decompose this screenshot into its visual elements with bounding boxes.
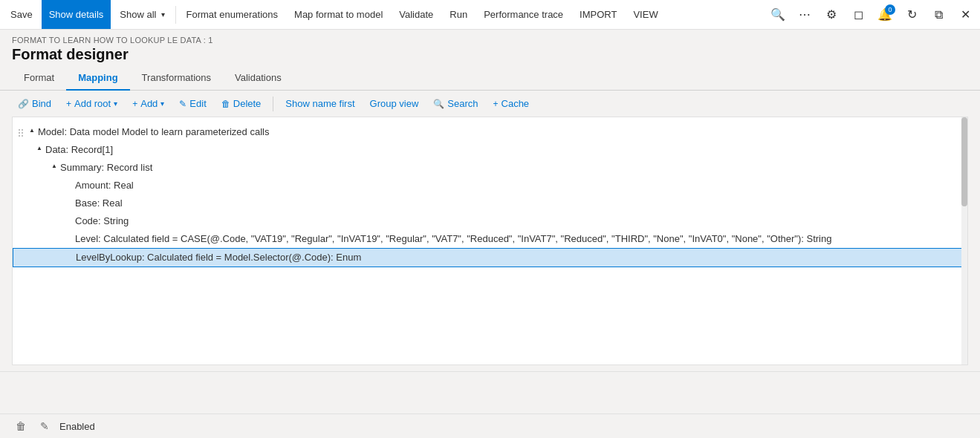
tree-node-text: Data: Record[1] (45, 143, 961, 157)
tree-row[interactable]: ▲ Data: Record[1] (13, 141, 967, 159)
tree-view: ▲ Model: Data model Model to learn param… (13, 117, 967, 365)
edit-bottom-button[interactable]: ✎ (36, 417, 53, 435)
open-new-button[interactable]: ⧉ (927, 3, 950, 27)
top-bar: Save Show details Show all Format enumer… (0, 0, 980, 30)
status-label: Enabled (59, 421, 95, 432)
show-details-button[interactable]: Show details (42, 0, 111, 29)
format-enumerations-button[interactable]: Format enumerations (179, 0, 286, 29)
show-name-first-button[interactable]: Show name first (279, 95, 360, 112)
tree-row[interactable]: Amount: Real (13, 177, 967, 195)
tree-node-text: Level: Calculated field = CASE(@.Code, "… (75, 232, 961, 246)
add-button[interactable]: + Add ▾ (126, 95, 170, 112)
performance-trace-button[interactable]: Performance trace (476, 0, 571, 29)
tree-row[interactable]: LevelByLookup: Calculated field = Model.… (13, 248, 967, 267)
run-button[interactable]: Run (442, 0, 475, 29)
page-title: Format designer (12, 46, 968, 63)
edit-icon: ✎ (179, 99, 186, 109)
bind-button[interactable]: 🔗 Bind (12, 95, 57, 112)
tree-row[interactable]: ▲ Summary: Record list (13, 159, 967, 177)
save-button[interactable]: Save (3, 0, 40, 29)
view-button[interactable]: VIEW (626, 0, 665, 29)
tree-toggle[interactable]: ▲ (48, 163, 60, 169)
content-area: FORMAT TO LEARN HOW TO LOOKUP LE DATA : … (0, 30, 980, 438)
tree-node-text: Base: Real (75, 196, 961, 211)
tree-toggle[interactable]: ▲ (33, 145, 45, 151)
tree-node-text: Summary: Record list (60, 160, 961, 175)
add-arrow-icon: ▾ (160, 99, 164, 108)
tab-bar: Format Mapping Transformations Validatio… (0, 66, 980, 91)
import-button[interactable]: IMPORT (572, 0, 624, 29)
tree-node-text: Code: String (75, 214, 961, 229)
close-button[interactable]: ✕ (953, 3, 977, 27)
tab-transformations[interactable]: Transformations (130, 66, 223, 91)
delete-bottom-button[interactable]: 🗑 (12, 417, 30, 435)
tree-node-text: LevelByLookup: Calculated field = Model.… (76, 250, 961, 265)
office-icon-btn[interactable]: ◻ (846, 3, 870, 27)
notification-badge: 0 (885, 4, 895, 15)
cache-icon: + (493, 99, 499, 109)
main-panel: ▲ Model: Data model Model to learn param… (12, 117, 968, 365)
tree-node-text: Model: Data model Model to learn paramet… (38, 125, 961, 140)
mapping-toolbar: 🔗 Bind + Add root ▾ + Add ▾ ✎ Edit 🗑 Del… (0, 91, 980, 117)
breadcrumb: FORMAT TO LEARN HOW TO LOOKUP LE DATA : … (12, 36, 968, 45)
add-root-arrow-icon: ▾ (114, 99, 117, 108)
delete-button[interactable]: 🗑 Delete (215, 95, 267, 112)
bottom-panel: 🗑 ✎ Enabled (0, 371, 980, 438)
scrollbar-thumb[interactable] (961, 117, 967, 206)
top-bar-right: 🔍 ⋯ ⚙ ◻ 🔔 0 ↻ ⧉ ✕ (766, 3, 977, 27)
tree-row[interactable]: Level: Calculated field = CASE(@.Code, "… (13, 230, 967, 248)
settings-icon-btn[interactable]: ⚙ (820, 3, 843, 27)
delete-icon: 🗑 (221, 99, 230, 109)
page-header: FORMAT TO LEARN HOW TO LOOKUP LE DATA : … (0, 30, 980, 66)
add-root-button[interactable]: + Add root ▾ (60, 95, 123, 112)
add-root-icon: + (66, 99, 71, 109)
search-icon-btn[interactable]: 🔍 (766, 3, 790, 27)
validate-button[interactable]: Validate (392, 0, 441, 29)
bind-icon: 🔗 (18, 99, 29, 109)
tree-row[interactable]: Code: String (13, 212, 967, 230)
scrollbar[interactable] (961, 117, 967, 365)
tab-mapping[interactable]: Mapping (66, 66, 129, 91)
drag-handle (19, 129, 23, 137)
show-all-button[interactable]: Show all (112, 0, 172, 29)
edit-button[interactable]: ✎ Edit (173, 95, 212, 112)
tree-row[interactable]: Base: Real (13, 195, 967, 212)
tree-toggle[interactable]: ▲ (26, 127, 38, 134)
bottom-content (0, 372, 980, 414)
refresh-button[interactable]: ↻ (900, 3, 924, 27)
map-format-to-model-button[interactable]: Map format to model (287, 0, 390, 29)
more-options-button[interactable]: ⋯ (793, 3, 817, 27)
tree-node-text: Amount: Real (75, 178, 961, 193)
group-view-button[interactable]: Group view (364, 95, 425, 112)
divider-1 (175, 6, 176, 24)
search-toolbar-icon: 🔍 (433, 99, 444, 109)
tab-format[interactable]: Format (12, 66, 66, 91)
tree-row[interactable]: ▲ Model: Data model Model to learn param… (13, 123, 967, 141)
cache-button[interactable]: + Cache (487, 95, 536, 112)
notification-area: 🔔 0 (873, 3, 897, 27)
add-icon: + (132, 99, 137, 109)
toolbar-separator (273, 97, 273, 111)
tab-validations[interactable]: Validations (223, 66, 293, 91)
search-button[interactable]: 🔍 Search (427, 95, 484, 112)
bottom-footer: 🗑 ✎ Enabled (0, 414, 980, 438)
